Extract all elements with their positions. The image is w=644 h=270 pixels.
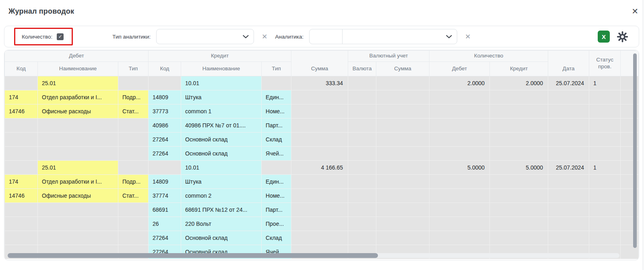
debit-name-cell: Отдел разработки и I... xyxy=(38,175,118,189)
date-cell xyxy=(548,119,589,133)
credit-type-cell: Прое... xyxy=(262,217,291,231)
currency-cell xyxy=(348,76,376,90)
debit-code-cell xyxy=(5,76,38,90)
qty-credit-cell xyxy=(490,119,548,133)
qty-debit-cell xyxy=(429,217,490,231)
debit-code-cell: 14746 xyxy=(5,104,38,119)
settings-gear-icon[interactable] xyxy=(617,31,628,43)
credit-code-cell: 27264 xyxy=(149,147,181,161)
currency-sum-cell xyxy=(376,203,429,217)
currency-cell xyxy=(348,189,376,203)
credit-name-cell: 10.01 xyxy=(181,76,262,90)
table-row[interactable]: 25.0110.014 166.655.00005.000025.07.2024… xyxy=(5,161,639,175)
table-row[interactable]: 25.0110.01333.342.00002.000025.07.20241 xyxy=(5,76,639,90)
quantity-label: Количество: xyxy=(22,34,52,40)
qty-debit-cell xyxy=(429,231,490,245)
header-credit-code: Код xyxy=(149,62,181,76)
horizontal-scrollbar-thumb[interactable] xyxy=(8,253,378,258)
credit-type-cell: Един... xyxy=(262,90,291,104)
status-cell xyxy=(589,147,621,161)
table-row[interactable]: 6869168691 ПРХ №12 от 24...Парт... xyxy=(5,203,639,217)
check-icon: ✓ xyxy=(58,34,62,39)
currency-sum-cell xyxy=(376,90,429,104)
chevron-down-icon xyxy=(243,33,249,40)
header-currency: Валюта xyxy=(348,62,376,76)
analytics-combo xyxy=(309,29,457,44)
currency-sum-cell xyxy=(376,217,429,231)
table-row[interactable]: 174Отдел разработки и I...Подр...14809Шт… xyxy=(5,175,639,189)
table-row[interactable]: 27264Основной складСклад xyxy=(5,133,639,147)
vertical-scrollbar[interactable] xyxy=(633,53,637,248)
sum-cell xyxy=(291,175,348,189)
qty-credit-cell xyxy=(490,231,548,245)
credit-code-cell: 37774 xyxy=(149,189,181,203)
currency-sum-cell xyxy=(376,76,429,90)
date-cell xyxy=(548,175,589,189)
table-row[interactable]: 27264Основной складСклад xyxy=(5,231,639,245)
horizontal-scrollbar[interactable] xyxy=(8,253,619,258)
qty-credit-cell xyxy=(490,203,548,217)
credit-name-cell: Основной склад xyxy=(181,133,262,147)
credit-type-cell: Номе... xyxy=(262,189,291,203)
table-row[interactable]: 14746Офисные расходыСтат...37773common 1… xyxy=(5,104,639,119)
status-cell xyxy=(589,119,621,133)
currency-sum-cell xyxy=(376,133,429,147)
excel-export-button[interactable]: X xyxy=(598,31,610,43)
toolbar: Количество: ✓ Тип аналитики: ✕ Аналитика… xyxy=(4,26,639,47)
sum-cell xyxy=(291,133,348,147)
header-date: Дата xyxy=(548,51,589,76)
table-row[interactable]: 174Отдел разработки и I...Подр...14809Шт… xyxy=(5,90,639,104)
credit-type-cell: Склад xyxy=(262,231,291,245)
header-quantity-group: Количество xyxy=(429,51,548,62)
clear-analytics-type-icon[interactable]: ✕ xyxy=(262,33,267,40)
status-cell xyxy=(589,90,621,104)
header-currency-group: Валютный учет xyxy=(348,51,429,62)
credit-type-cell: Един... xyxy=(262,175,291,189)
table-row[interactable]: 27264Основной складЯчей... xyxy=(5,147,639,161)
currency-cell xyxy=(348,133,376,147)
qty-debit-cell xyxy=(429,90,490,104)
credit-code-cell: 68691 xyxy=(149,203,181,217)
credit-code-cell: 26 xyxy=(149,217,181,231)
currency-cell xyxy=(348,119,376,133)
credit-name-cell: 40986 ПРХ №7 от 01.... xyxy=(181,119,262,133)
date-cell xyxy=(548,104,589,119)
table-row[interactable]: 4098640986 ПРХ №7 от 01....Парт... xyxy=(5,119,639,133)
header-credit-name: Наименование xyxy=(181,62,262,76)
debit-code-cell xyxy=(5,217,38,231)
credit-name-cell: common 1 xyxy=(181,104,262,119)
currency-cell xyxy=(348,104,376,119)
page-title: Журнал проводок xyxy=(8,7,74,16)
status-cell xyxy=(589,231,621,245)
credit-name-cell: common 2 xyxy=(181,189,262,203)
currency-sum-cell xyxy=(376,104,429,119)
date-cell xyxy=(548,90,589,104)
debit-name-cell: Офисные расходы xyxy=(38,189,118,203)
qty-debit-cell xyxy=(429,133,490,147)
currency-sum-cell xyxy=(376,231,429,245)
analytics-type-label: Тип аналитики: xyxy=(112,34,151,40)
analytics-code-input[interactable] xyxy=(310,29,343,44)
table-row[interactable]: 26220 ВольтПрое... xyxy=(5,217,639,231)
sum-cell xyxy=(291,90,348,104)
analytics-type-select[interactable] xyxy=(156,29,254,44)
vertical-scrollbar-thumb[interactable] xyxy=(633,53,637,248)
close-icon[interactable]: ✕ xyxy=(632,7,638,15)
status-cell xyxy=(589,203,621,217)
debit-type-cell xyxy=(118,231,149,245)
analytics-select[interactable] xyxy=(343,29,457,44)
header-qty-credit: Кредит xyxy=(490,62,548,76)
credit-type-cell: Парт... xyxy=(262,119,291,133)
table-row[interactable]: 14746Офисные расходыСтат...37774common 2… xyxy=(5,189,639,203)
status-cell: 1 xyxy=(589,76,621,90)
sum-cell xyxy=(291,119,348,133)
header-sum: Сумма xyxy=(291,51,348,76)
qty-credit-cell: 5.0000 xyxy=(490,161,548,175)
clear-analytics-icon[interactable]: ✕ xyxy=(465,33,471,40)
quantity-checkbox[interactable]: ✓ xyxy=(57,33,64,40)
credit-type-cell: Склад xyxy=(262,133,291,147)
debit-name-cell xyxy=(38,147,118,161)
sum-cell xyxy=(291,147,348,161)
qty-debit-cell xyxy=(429,104,490,119)
credit-code-cell xyxy=(149,161,181,175)
